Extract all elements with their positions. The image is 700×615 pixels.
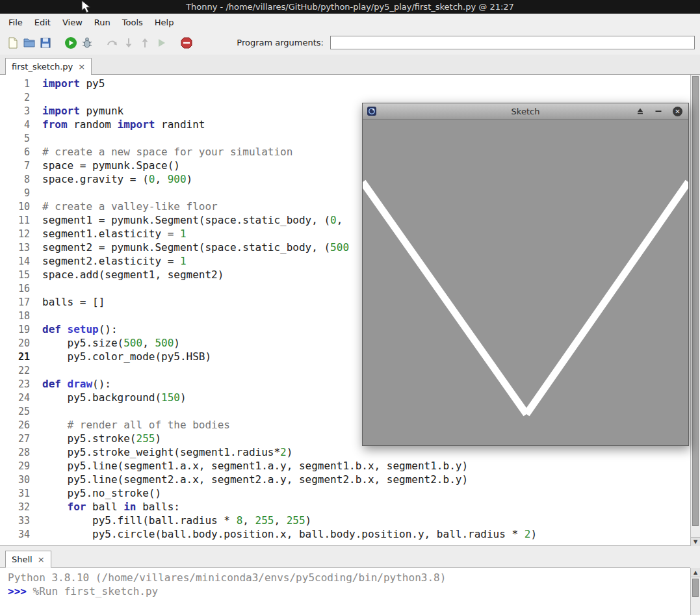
step-into-icon — [122, 36, 135, 49]
editor-scrollbar-thumb[interactable] — [692, 76, 699, 526]
menu-item-help[interactable]: Help — [149, 16, 180, 29]
tab-label: Shell — [12, 555, 32, 564]
shell-tab-bar: Shell × — [0, 546, 690, 568]
code-text: from random import randint — [42, 118, 205, 131]
pin-icon[interactable] — [636, 107, 644, 115]
program-arguments-label: Program arguments: — [237, 38, 324, 47]
line-number: 20 — [0, 337, 30, 350]
line-number: 8 — [0, 173, 30, 187]
code-text: def draw(): — [42, 378, 111, 390]
step-into-button[interactable] — [121, 35, 136, 50]
step-out-button[interactable] — [137, 35, 152, 50]
line-number: 3 — [0, 105, 30, 118]
code-text: py5.stroke(255) — [42, 432, 161, 445]
close-icon[interactable]: ✕ — [673, 107, 682, 116]
code-text: py5.circle(ball.body.position.x, ball.bo… — [42, 528, 537, 540]
scroll-up-arrow-icon[interactable]: ▲ — [691, 568, 700, 577]
code-text: segment2.elasticity = 1 — [42, 255, 187, 267]
debug-icon — [81, 36, 94, 49]
line-number: 2 — [0, 91, 30, 105]
resume-button[interactable] — [153, 35, 168, 50]
code-line[interactable]: 33 py5.fill(ball.radius * 8, 255, 255) — [0, 514, 690, 527]
code-text: segment1.elasticity = 1 — [42, 228, 187, 240]
save-button[interactable] — [38, 35, 53, 50]
line-number: 28 — [0, 446, 30, 460]
code-text: py5.color_mode(py5.HSB) — [42, 350, 211, 363]
run-button[interactable] — [63, 35, 78, 50]
line-number: 22 — [0, 364, 30, 378]
step-over-icon — [106, 36, 119, 49]
menu-bar: FileEditViewRunToolsHelp — [0, 14, 700, 31]
line-number: 27 — [0, 432, 30, 446]
stop-button[interactable] — [179, 35, 194, 50]
editor-scrollbar[interactable]: ▼ — [690, 75, 700, 546]
code-text: import pymunk — [42, 105, 123, 117]
menu-item-edit[interactable]: Edit — [29, 16, 57, 29]
sketch-title-bar[interactable]: Sketch ✕ — [363, 103, 688, 120]
menu-item-tools[interactable]: Tools — [116, 16, 149, 29]
line-number: 34 — [0, 528, 30, 542]
line-number: 12 — [0, 228, 30, 241]
tab-label: first_sketch.py — [12, 62, 73, 72]
line-number: 10 — [0, 200, 30, 214]
line-number: 11 — [0, 214, 30, 228]
debug-button[interactable] — [79, 35, 94, 50]
line-number: 6 — [0, 146, 30, 159]
code-text: # create a new space for your simulation — [42, 146, 292, 158]
stop-icon — [180, 36, 193, 49]
code-text: space.gravity = (0, 900) — [42, 173, 192, 185]
menu-item-file[interactable]: File — [3, 16, 29, 29]
shell-line: Python 3.8.10 (/home/villares/miniconda3… — [8, 571, 690, 584]
line-number: 15 — [0, 268, 30, 282]
shell-line: >>> %Run first_sketch.py — [8, 584, 690, 598]
save-icon — [39, 36, 52, 49]
tab-close-icon[interactable]: × — [78, 62, 85, 71]
tab-close-icon[interactable]: × — [38, 555, 45, 564]
shell-scrollbar[interactable]: ▲ — [690, 568, 700, 615]
code-text: py5.line(segment2.a.x, segment2.a.y, seg… — [42, 473, 468, 486]
code-line[interactable]: 31 py5.no_stroke() — [0, 486, 690, 500]
window-title: Thonny - /home/villares/GitHub/python-pl… — [186, 2, 514, 12]
code-text: balls = [] — [42, 296, 105, 308]
open-file-button[interactable] — [21, 35, 36, 50]
scroll-down-arrow-icon[interactable]: ▼ — [691, 537, 700, 546]
code-text: # render all of the bodies — [42, 419, 230, 431]
code-line[interactable]: 29 py5.line(segment1.a.x, segment1.a.y, … — [0, 459, 690, 473]
code-text: py5.line(segment1.a.x, segment1.a.y, seg… — [42, 460, 468, 472]
code-text: space = pymunk.Space() — [42, 159, 180, 172]
line-number: 31 — [0, 487, 30, 501]
mouse-cursor-icon — [81, 0, 92, 14]
toolbar: Program arguments: — [0, 31, 700, 55]
code-text: segment1 = pymunk.Segment(space.static_b… — [42, 214, 343, 226]
code-line[interactable]: 32 for ball in balls: — [0, 500, 690, 514]
line-number: 18 — [0, 309, 30, 323]
code-line[interactable]: 30 py5.line(segment2.a.x, segment2.a.y, … — [0, 473, 690, 486]
line-number: 4 — [0, 118, 30, 132]
menu-item-view[interactable]: View — [57, 16, 88, 29]
step-over-button[interactable] — [105, 35, 120, 50]
tab-shell[interactable]: Shell × — [5, 551, 51, 568]
editor-tab-bar: first_sketch.py × — [0, 55, 700, 75]
program-arguments-input[interactable] — [330, 36, 695, 49]
shell-panel[interactable]: Python 3.8.10 (/home/villares/miniconda3… — [0, 568, 690, 615]
shell-scrollbar-thumb[interactable] — [692, 579, 699, 597]
code-line[interactable]: 2 — [0, 90, 690, 104]
line-number: 9 — [0, 187, 30, 200]
minimize-icon[interactable] — [655, 107, 662, 115]
line-number: 23 — [0, 378, 30, 391]
resume-icon — [155, 36, 168, 49]
menu-item-run[interactable]: Run — [88, 16, 116, 29]
code-line[interactable]: 1import py5 — [0, 77, 690, 90]
code-line[interactable]: 34 py5.circle(ball.body.position.x, ball… — [0, 527, 690, 541]
title-bar: Thonny - /home/villares/GitHub/python-pl… — [0, 0, 700, 14]
sketch-segment-line — [363, 182, 526, 414]
new-file-button[interactable] — [5, 35, 20, 50]
code-line[interactable]: 28 py5.stroke_weight(segment1.radius*2) — [0, 445, 690, 459]
tab-first-sketch[interactable]: first_sketch.py × — [5, 58, 92, 75]
sketch-canvas[interactable] — [363, 120, 688, 445]
code-text: segment2 = pymunk.Segment(space.static_b… — [42, 241, 349, 254]
toolbar-buttons — [5, 35, 195, 50]
code-text: space.add(segment1, segment2) — [42, 268, 224, 281]
line-number: 5 — [0, 132, 30, 146]
line-number: 17 — [0, 296, 30, 309]
